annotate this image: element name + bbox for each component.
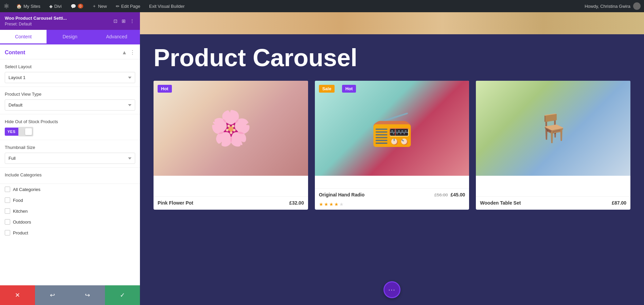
admin-bar: ⚛ 🏠 My Sites ◆ Divi 💬 0 ＋ New ✏ Edit Pag… (0, 0, 644, 12)
section-title: Content (5, 50, 25, 56)
grid-btn[interactable]: ⊞ (121, 18, 126, 24)
toggle-knob (25, 128, 32, 135)
include-categories-group: Include Categories (0, 168, 140, 184)
product-image-wrap-2: Sale Hot (315, 81, 469, 188)
panel-header: Woo Product Carousel Setti... Preset: De… (0, 12, 140, 30)
toggle-switch[interactable] (18, 127, 33, 136)
avatar (633, 2, 641, 10)
bottom-toolbar: ✕ ↩ ↪ ✓ (0, 285, 140, 305)
canvas-area: Product Carousel Hot Pink Flower Pot £32… (140, 12, 644, 305)
product-image-3 (476, 81, 630, 176)
tabs-row: Content Design Advanced (0, 30, 140, 44)
edit-page-label: Edit Page (121, 4, 140, 9)
star-1: ★ (319, 202, 323, 207)
product-old-price-2: £56.00 (434, 192, 448, 197)
tab-content[interactable]: Content (0, 30, 47, 44)
product-stars-2: ★ ★ ★ ★ ★ (315, 202, 469, 210)
redo-icon: ↪ (85, 291, 90, 299)
divi-menu[interactable]: ◆ Divi (47, 0, 64, 12)
product-card-table-set[interactable]: Wooden Table Set £87.00 (476, 81, 630, 210)
category-all[interactable]: All Categories (0, 184, 140, 195)
my-sites-menu[interactable]: 🏠 My Sites (14, 0, 42, 12)
product-card-hand-radio[interactable]: Sale Hot Original Hand Radio £56.00 £45.… (315, 81, 469, 210)
cat-label-outdoors: Outdoors (13, 220, 31, 225)
product-view-label: Product View Type (5, 92, 135, 97)
product-image-2 (315, 81, 469, 176)
thumbnail-size-group: Thumbnail Size Full Medium Small (0, 140, 140, 168)
thumbnail-size-select[interactable]: Full Medium Small (5, 153, 135, 164)
more-options-btn[interactable]: ⋮ (129, 18, 135, 24)
cancel-button[interactable]: ✕ (0, 285, 35, 305)
include-categories-label: Include Categories (5, 172, 135, 177)
category-product[interactable]: Product (0, 227, 140, 238)
product-info-2: Original Hand Radio £56.00 £45.00 (315, 188, 469, 202)
cat-label-food: Food (13, 198, 23, 203)
save-button[interactable]: ✓ (105, 285, 140, 305)
select-layout-label: Select Layout (5, 64, 135, 69)
cat-checkbox-kitchen (5, 208, 10, 214)
sites-icon: 🏠 (16, 4, 22, 9)
main-layout: Woo Product Carousel Setti... Preset: De… (0, 12, 644, 305)
my-sites-label: My Sites (23, 4, 40, 9)
product-price-1: £32.00 (289, 200, 304, 206)
section-more-icon[interactable]: ⋮ (130, 49, 135, 56)
product-view-select[interactable]: Default Grid List (5, 99, 135, 111)
canvas-banner (140, 12, 644, 34)
tab-advanced[interactable]: Advanced (93, 30, 140, 44)
cat-checkbox-food (5, 197, 10, 203)
star-4: ★ (334, 202, 339, 207)
panel-header-icons: ⊡ ⊞ ⋮ (113, 18, 135, 24)
carousel-title: Product Carousel (154, 44, 630, 71)
collapse-icon[interactable]: ▲ (122, 50, 127, 56)
layout-select[interactable]: Layout 1 Layout 2 Layout 3 (5, 72, 135, 83)
carousel-section: Product Carousel Hot Pink Flower Pot £32… (140, 34, 644, 305)
hide-out-of-stock-label: Hide Out of Stock Products (5, 119, 135, 124)
plus-icon: ＋ (92, 3, 96, 9)
product-image-1 (154, 81, 308, 176)
product-image-wrap-3 (476, 81, 630, 196)
badge-sale-2: Sale (319, 85, 335, 93)
cat-label-all: All Categories (13, 187, 40, 192)
product-name-3: Wooden Table Set (480, 200, 521, 206)
cat-label-kitchen: Kitchen (13, 209, 28, 214)
settings-panel: Woo Product Carousel Setti... Preset: De… (0, 12, 140, 305)
thumbnail-size-label: Thumbnail Size (5, 145, 135, 150)
tab-design[interactable]: Design (47, 30, 93, 44)
undo-icon: ↩ (50, 291, 55, 299)
category-kitchen[interactable]: Kitchen (0, 206, 140, 216)
comments-menu[interactable]: 💬 0 (69, 0, 85, 12)
panel-content-area: Content ▲ ⋮ Select Layout Layout 1 Layou… (0, 44, 140, 305)
floating-btn-dots-icon: ··· (388, 286, 395, 293)
comment-count: 0 (78, 4, 83, 8)
floating-action-btn[interactable]: ··· (383, 281, 400, 298)
price-wrap-2: £56.00 £45.00 (434, 192, 465, 197)
preset-label: Preset: Default (5, 22, 67, 26)
product-card-pink-flower[interactable]: Hot Pink Flower Pot £32.00 (154, 81, 308, 210)
new-menu[interactable]: ＋ New (90, 0, 109, 12)
fullscreen-btn[interactable]: ⊡ (113, 18, 118, 24)
edit-page-btn[interactable]: ✏ Edit Page (114, 0, 142, 12)
toggle-wrap: YES (5, 127, 135, 136)
toggle-yes-label: YES (5, 128, 18, 136)
cat-checkbox-product (5, 230, 10, 235)
exit-builder-btn[interactable]: Exit Visual Builder (147, 0, 187, 12)
save-icon: ✓ (120, 291, 125, 299)
wordpress-logo-icon[interactable]: ⚛ (3, 2, 10, 10)
howdy-text: Howdy, Christina Gwira (585, 4, 630, 9)
product-price-3: £87.00 (612, 200, 626, 206)
cat-checkbox-outdoors (5, 219, 10, 225)
undo-button[interactable]: ↩ (35, 285, 70, 305)
star-2: ★ (324, 202, 328, 207)
divi-label: Divi (54, 4, 62, 9)
redo-button[interactable]: ↪ (70, 285, 105, 305)
product-name-1: Pink Flower Pot (158, 200, 193, 206)
category-outdoors[interactable]: Outdoors (0, 216, 140, 227)
product-image-wrap-1: Hot (154, 81, 308, 196)
content-section-header: Content ▲ ⋮ (0, 44, 140, 59)
product-new-price-2: £45.00 (451, 192, 465, 197)
product-cards: Hot Pink Flower Pot £32.00 Sale Hot (154, 81, 630, 295)
cat-label-product: Product (13, 230, 28, 235)
select-layout-group: Select Layout Layout 1 Layout 2 Layout 3 (0, 59, 140, 87)
category-food[interactable]: Food (0, 195, 140, 206)
badge-hot-1: Hot (158, 85, 172, 93)
